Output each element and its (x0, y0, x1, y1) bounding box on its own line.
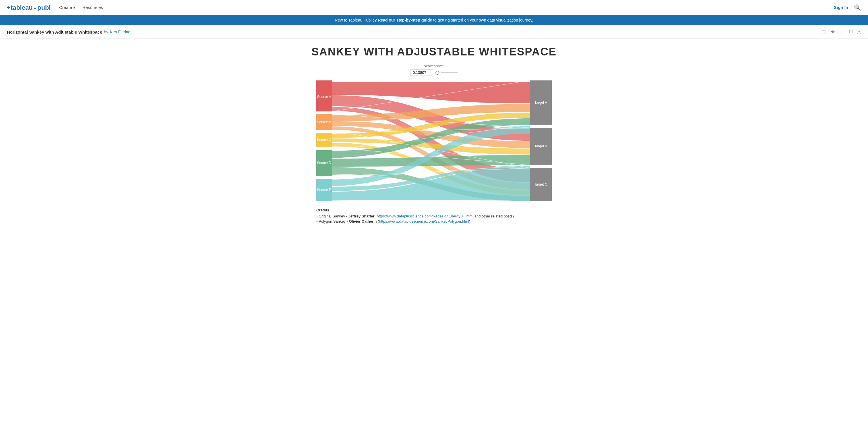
sign-in-button[interactable]: Sign In (834, 5, 848, 10)
target-a-label: Target A (534, 101, 547, 105)
sankey-chart: Source A Source B Source C Source D Sour… (316, 80, 552, 202)
chevron-down-icon: ▾ (73, 5, 75, 10)
target-b-label: Target B (534, 144, 547, 148)
whitespace-label: Whitespace (424, 64, 444, 68)
slider-handle[interactable] (435, 71, 439, 75)
by-label: by (104, 30, 108, 34)
page-title-area: Horizontal Sankey with Adjustable Whites… (7, 30, 133, 34)
share-icon[interactable]: ⋰ (840, 29, 845, 35)
navbar-menu: Create ▾ Resources (59, 5, 834, 10)
credits-section: Credits • Original Sankey - Jeffrey Shaf… (316, 208, 552, 224)
svg-text:✦: ✦ (33, 6, 37, 11)
slider-track (441, 73, 458, 73)
menu-resources[interactable]: Resources (82, 5, 103, 10)
svg-text:public: public (37, 4, 50, 11)
navbar: +tableau ✦ public Create ▾ Resources Sig… (0, 0, 868, 15)
main-content: SANKEY WITH ADJUSTABLE WHITESPACE Whites… (0, 39, 868, 231)
logo[interactable]: +tableau ✦ public (7, 3, 50, 11)
source-c-label: Source C (317, 138, 331, 142)
copy-icon[interactable]: ◻ (822, 29, 826, 35)
chart-title: SANKEY WITH ADJUSTABLE WHITESPACE (311, 46, 557, 58)
badge-icon[interactable]: △ (857, 29, 861, 35)
comment-icon[interactable]: □ (849, 29, 852, 35)
menu-create[interactable]: Create ▾ (59, 5, 75, 10)
source-d-label: Source D (317, 161, 331, 165)
source-a-label: Source A (317, 95, 331, 99)
banner: New to Tableau Public? Read our step-by-… (0, 15, 868, 25)
page-actions: ◻ ★ ⋰ □ △ (822, 29, 861, 35)
source-b-label: Source B (317, 120, 331, 124)
credit-line-2: • Polygon Sankey - Olivier Catherin (htt… (316, 219, 552, 224)
page-header: Horizontal Sankey with Adjustable Whites… (0, 25, 868, 39)
whitespace-input-row (410, 69, 458, 76)
svg-text:+tableau: +tableau (7, 4, 33, 11)
whitespace-control: Whitespace (410, 64, 458, 76)
credit-line-1: • Original Sankey - Jeffrey Shaffer (htt… (316, 214, 552, 218)
olivier-link[interactable]: https://www.dataplusscience.com/SankeyPo… (379, 219, 469, 224)
jeffrey-link[interactable]: https://www.dataplusscience.com/Redesign… (377, 214, 473, 218)
search-icon[interactable]: 🔍 (854, 4, 861, 11)
sankey-svg: Source A Source B Source C Source D Sour… (316, 80, 552, 201)
target-c-label: Target C (534, 182, 547, 187)
whitespace-input[interactable] (410, 69, 433, 76)
source-e-label: Source E (317, 188, 331, 192)
navbar-right: Sign In 🔍 (834, 4, 861, 11)
page-title: Horizontal Sankey with Adjustable Whites… (7, 30, 102, 34)
credits-title: Credits (316, 208, 552, 212)
slider-container[interactable] (435, 71, 458, 75)
star-icon[interactable]: ★ (830, 29, 835, 35)
author-link[interactable]: Ken Flerlage (110, 30, 133, 34)
